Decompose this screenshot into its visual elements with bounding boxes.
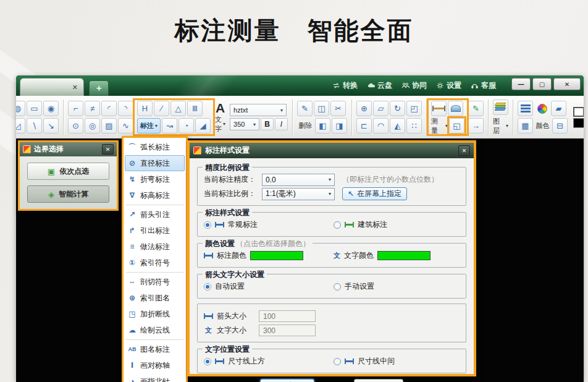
radio-off-icon[interactable] — [334, 221, 341, 229]
cut-button[interactable]: ✂ — [330, 101, 346, 116]
hatch-tool-button[interactable]: ▨ — [101, 118, 117, 134]
quick-dimension-button[interactable]: ◔ — [178, 118, 194, 134]
menu-item-diameter[interactable]: ⊘直径标注 — [125, 155, 185, 171]
radio-off-icon[interactable] — [334, 358, 341, 365]
stretch-button[interactable]: ⊏ — [356, 118, 372, 134]
extend-tool-button[interactable]: ≠ — [85, 101, 100, 116]
copy-object-button[interactable]: ▱ — [373, 101, 388, 116]
font-select[interactable]: hztxt ▾ — [230, 104, 287, 116]
green-pencil-button[interactable]: ✎ — [468, 101, 484, 116]
chamfer-tool-button[interactable]: ◝ — [118, 101, 133, 116]
menu-item-break-line[interactable]: ◳加折断线 — [125, 306, 185, 322]
segment-tool-button[interactable]: ↘ — [43, 118, 59, 134]
continued-dimension-button[interactable]: Ⅲ — [187, 101, 203, 116]
cancel-button[interactable]: 取消 — [354, 379, 403, 382]
radio-off-icon[interactable] — [334, 283, 341, 291]
menu-item-section-symbol[interactable]: ⇔剖切符号 — [125, 274, 185, 290]
palette-swatch[interactable] — [573, 107, 584, 117]
leader-dimension-button[interactable]: ↝ — [162, 118, 177, 134]
text-size-input[interactable]: 300 — [259, 325, 316, 336]
menu-convert[interactable]: 转换 — [332, 80, 358, 91]
angular-dimension-button[interactable]: △ — [170, 101, 186, 116]
format-brush-button[interactable]: ◨ — [332, 118, 347, 134]
text-tool[interactable]: A 文字▾ — [212, 101, 228, 134]
color-dropdown-button[interactable]: 颜色 — [534, 118, 551, 134]
linetype-button[interactable] — [518, 101, 533, 116]
menu-cloud[interactable]: 云盘 — [367, 80, 392, 91]
plot-button[interactable]: ⊟ — [552, 118, 568, 134]
aligned-dimension-button[interactable]: ∕ — [154, 101, 169, 116]
menu-item-method-note[interactable]: ≡做法标注 — [125, 239, 185, 255]
middle-dimline-option[interactable]: 尺寸线中间 — [334, 356, 460, 367]
new-tab-button[interactable]: ＋ — [89, 80, 109, 96]
minimize-button[interactable]: — — [511, 78, 531, 90]
menu-item-revision-cloud[interactable]: ☁绘制云线 — [125, 322, 185, 338]
menu-item-index-title[interactable]: ⊕索引图名 — [125, 290, 185, 306]
spline-tool-button[interactable]: ∿ — [118, 118, 133, 134]
measure-dropdown-button[interactable]: 测量▾ — [431, 118, 448, 134]
brush-dimension-button[interactable]: ◢ — [195, 118, 211, 134]
maximize-button[interactable]: ▢ — [532, 78, 552, 90]
array-button[interactable]: ∷ — [406, 118, 422, 134]
ok-button[interactable]: 确定 — [260, 379, 314, 382]
measure-ruler-button[interactable] — [431, 101, 447, 116]
polygon-tool-button[interactable]: ◿ — [16, 118, 25, 134]
menu-item-elevation[interactable]: ∇标高标注 — [125, 187, 185, 203]
menu-item-leader-note[interactable]: ↱引出标注 — [125, 223, 185, 239]
smart-compute-button[interactable]: ◈ 智能计算 — [27, 185, 109, 203]
copy-button[interactable]: ◫ — [314, 101, 329, 116]
architectural-dimension-option[interactable]: 建筑标注 — [334, 219, 460, 230]
table-button[interactable]: ▦ — [518, 118, 533, 134]
radio-on-icon[interactable] — [204, 221, 211, 229]
annotate-dropdown-button[interactable]: 标注 ▾ — [137, 118, 161, 134]
bold-button[interactable]: B — [261, 118, 274, 130]
tab-close-icon[interactable]: ✕ — [72, 83, 78, 91]
paste-button[interactable]: ◧ — [315, 118, 330, 134]
rotate-button[interactable]: ↻ — [390, 101, 405, 116]
manual-size-option[interactable]: 手动设置 — [334, 281, 460, 292]
ring-tool-button[interactable]: ◎ — [85, 118, 100, 134]
offset-button[interactable]: ◰ — [406, 101, 422, 116]
pick-in-turn-button[interactable]: ▣ 依次点选 — [27, 163, 109, 180]
move-button[interactable]: ⊕ — [356, 101, 372, 116]
precision-select[interactable]: 0.0 ▾ — [262, 174, 335, 186]
smooth-button[interactable]: ◠ — [373, 118, 388, 134]
linear-dimension-button[interactable]: H — [137, 101, 153, 116]
menu-item-symmetry-axis[interactable]: Ⅰ画对称轴 — [125, 357, 185, 373]
italic-button[interactable]: I — [275, 118, 288, 130]
edit-pencil-button[interactable]: ✎ — [297, 101, 313, 116]
palette-swatch[interactable] — [573, 118, 584, 128]
export-button[interactable]: → — [468, 118, 484, 134]
eye-tool-button[interactable]: ◉ — [43, 101, 59, 116]
measure-import-button[interactable]: ◱ — [449, 118, 464, 134]
arrow-size-input[interactable]: 100 — [259, 310, 316, 322]
radio-on-icon[interactable] — [204, 358, 211, 365]
scale-select[interactable]: 1:1(毫米) ▾ — [262, 188, 335, 200]
menu-collab[interactable]: 协同 — [401, 80, 427, 91]
menu-support[interactable]: 客服 — [471, 80, 496, 91]
text-size-select[interactable]: 350 ▾ — [230, 118, 259, 130]
mirror-button[interactable]: ◭ — [390, 118, 405, 134]
eraser-button[interactable]: ▰ — [551, 101, 566, 116]
dialog-close-button[interactable]: ✕ — [458, 145, 470, 156]
menu-item-arrow-leader[interactable]: ↗箭头引注 — [125, 206, 185, 223]
line-tool-button[interactable]: ∖ — [27, 118, 42, 134]
menu-item-arc-length[interactable]: ⌒弧长标注 — [125, 139, 185, 155]
pick-on-screen-button[interactable]: ↖ 在屏幕上指定 — [342, 187, 407, 200]
auto-size-option[interactable]: 自动设置 — [204, 281, 330, 292]
delete-button[interactable]: 删除 — [297, 118, 314, 134]
color-wheel-button[interactable] — [534, 101, 550, 116]
dimension-color-swatch[interactable] — [250, 251, 303, 260]
radio-on-icon[interactable] — [204, 283, 211, 291]
menu-item-north-arrow[interactable]: ◑画指北针 — [125, 373, 185, 382]
menu-item-index-symbol[interactable]: ①索引符号 — [125, 255, 185, 271]
boundary-close-button[interactable]: ✕ — [102, 144, 114, 155]
view-tool-1-button[interactable]: ◍ — [16, 101, 25, 116]
menu-settings[interactable]: 设置 — [436, 80, 461, 91]
close-button[interactable]: ✕ — [553, 78, 581, 90]
layers-button[interactable] — [493, 100, 508, 115]
circle-tool-button[interactable]: ⊙ — [68, 118, 83, 134]
rectangle-tool-button[interactable]: ▭ — [27, 101, 42, 116]
document-tab[interactable]: ✕ — [20, 78, 84, 96]
above-dimline-option[interactable]: 尺寸线上方 — [204, 356, 330, 367]
